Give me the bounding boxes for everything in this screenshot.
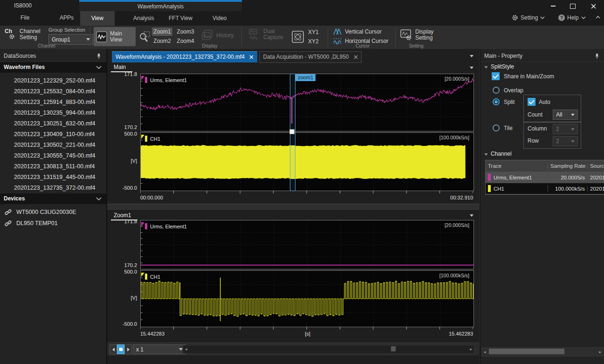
history-label: History (216, 33, 233, 39)
collapse-ribbon-button[interactable] (596, 16, 600, 19)
channel-table-row[interactable]: Urms, Element120.000S/s202012 (486, 172, 604, 183)
history-button: History (201, 29, 233, 41)
collapse-icon[interactable] (484, 66, 488, 69)
xy1-button[interactable]: XY1 (308, 29, 319, 35)
main-ch1-waveform[interactable] (140, 132, 474, 191)
menu-file[interactable]: File (21, 14, 29, 21)
file-item[interactable]: 20201223_130813_511-00.mf4 (0, 161, 106, 172)
chevron-down-icon (571, 114, 575, 116)
step-back-button[interactable] (110, 344, 117, 354)
trace-name: CH1 (494, 186, 504, 192)
file-item[interactable]: 20201223_125532_084-00.mf4 (0, 86, 106, 97)
zoom-panel-dropdown-icon[interactable] (470, 214, 474, 217)
menu-apps[interactable]: APPs (60, 14, 74, 21)
channel-setting-button[interactable]: Ch Channel Setting (5, 28, 46, 41)
tile-label: Tile (504, 125, 513, 131)
trace-color-swatch (145, 274, 147, 280)
file-item[interactable]: 20201223_130251_632-00.mf4 (0, 118, 106, 129)
doc-tab-waveform-analysis[interactable]: WaveformAnalysis - 20201223_132735_372-0… (112, 51, 257, 62)
scroll-left-icon[interactable]: ◂ (185, 345, 187, 353)
menubar: File APPs View Analysis FFT View Video S… (0, 11, 604, 26)
dual-capture-label: Dual Capture (263, 28, 287, 41)
device-item[interactable]: WT5000 C3UG20030E (0, 206, 106, 218)
scroll-right-icon[interactable]: ▸ (470, 345, 472, 353)
property-scrollbar[interactable]: ◂ ▸ (481, 347, 604, 357)
file-item[interactable]: 20201223_130555_745-00.mf4 (0, 151, 106, 161)
auto-checkbox[interactable] (528, 98, 535, 106)
file-item[interactable]: 20201223_130235_994-00.mf4 (0, 108, 106, 118)
column-sampling-rate[interactable]: Sampling Rate (548, 163, 588, 169)
tab-list-dropdown-icon[interactable] (470, 55, 474, 57)
scroll-left-icon[interactable]: ◂ (484, 348, 486, 356)
count-dropdown[interactable]: All (553, 110, 578, 120)
waveform-workspace: WaveformAnalysis - 20201223_132735_372-0… (107, 49, 479, 364)
close-button[interactable] (586, 2, 600, 10)
column-source[interactable]: Source (588, 163, 604, 169)
device-item[interactable]: DL950 TEMP01 (0, 218, 106, 229)
zoom-upper-ymax: 171.8 (117, 219, 137, 224)
legend-label: CH1 (150, 136, 160, 142)
dual-capture-button: Dual Capture (248, 28, 287, 41)
chevron-up-icon (596, 16, 600, 19)
channel-table-row[interactable]: CH1100.000kS/s202012 (486, 183, 604, 194)
datasources-title: DataSources (4, 53, 36, 59)
minimize-button[interactable] (546, 2, 560, 10)
split-radio[interactable] (493, 98, 500, 105)
scrollbar-thumb[interactable] (489, 349, 564, 354)
display-setting-button[interactable]: Display Setting (400, 28, 436, 41)
file-item[interactable]: 20201223_131519_445-00.mf4 (0, 172, 106, 183)
column-trace[interactable]: Trace (486, 163, 548, 169)
main-panel-dropdown-icon[interactable] (470, 67, 474, 69)
channel-setting-icon: Ch (5, 28, 17, 41)
file-item[interactable]: 20201223_132735_372-00.mf4 (0, 183, 106, 193)
radio-dot (494, 100, 498, 103)
step-forward-button[interactable] (124, 344, 132, 354)
close-icon[interactable] (249, 55, 254, 59)
help-menu[interactable]: ? Help (558, 14, 586, 21)
stop-button[interactable] (117, 344, 124, 354)
devices-section[interactable]: Devices (0, 193, 106, 204)
panel-splitter[interactable] (107, 204, 479, 211)
speed-dropdown[interactable]: x 1 (133, 344, 186, 354)
collapse-icon[interactable] (484, 153, 488, 156)
zoom-lower-legend: CH1 (145, 274, 160, 280)
main-upper-ymax: 171.8 (117, 71, 137, 77)
link-icon (5, 209, 12, 216)
chevron-down-icon (571, 140, 575, 143)
share-main-zoom-checkbox[interactable] (492, 72, 500, 80)
source-value: 202012 (588, 175, 604, 180)
trace-color-swatch (145, 77, 147, 83)
pin-icon[interactable] (96, 53, 102, 59)
file-item[interactable]: 20201223_130409_110-00.mf4 (0, 129, 106, 140)
tile-radio[interactable] (493, 124, 500, 131)
vertical-cursor-button[interactable]: Vertical Cursor (333, 28, 382, 35)
main-view-button[interactable]: Main View (94, 27, 136, 46)
overlap-radio[interactable] (493, 87, 500, 94)
horizontal-scrollbar[interactable]: ◂ ▸ (183, 345, 474, 354)
scroll-right-icon[interactable]: ▸ (599, 348, 601, 356)
tab-fft-view[interactable]: FFT View (158, 11, 204, 26)
tab-video[interactable]: Video (201, 11, 238, 26)
doc-tab-data-acquisition[interactable]: Data Acquisition - WT5000 ,DL950 (259, 51, 362, 63)
close-icon[interactable] (354, 55, 358, 59)
waveform-files-section[interactable]: Waveform Files (0, 62, 106, 73)
zoom-select-icon (138, 31, 151, 43)
maximize-button[interactable] (566, 2, 580, 10)
zoom1-button[interactable]: Zoom1 (152, 27, 172, 36)
zoom-cursor-handle[interactable] (289, 129, 295, 134)
pin-icon[interactable] (594, 53, 600, 59)
main-urms-waveform[interactable] (140, 74, 474, 131)
zoom3-button[interactable]: Zoom3 (175, 27, 196, 36)
playback-bar: x 1 ◂ ▸ (107, 343, 479, 356)
setting-menu-label: Setting (521, 14, 538, 21)
zoom-ch1-waveform[interactable] (140, 270, 474, 327)
file-item[interactable]: 20201223_130502_221-00.mf4 (0, 140, 106, 151)
setting-menu[interactable]: Setting (512, 14, 545, 21)
zoom-lower-rate: [100.000kS/s] (389, 273, 469, 278)
xy2-button[interactable]: XY2 (308, 38, 319, 45)
file-item[interactable]: 20201223_122329_252-00.mf4 (0, 76, 106, 86)
tab-view[interactable]: View (80, 11, 115, 26)
scrollbar-thumb[interactable] (391, 346, 396, 351)
file-item[interactable]: 20201223_125914_883-00.mf4 (0, 97, 106, 108)
zoom2-button[interactable]: Zoom2 (152, 37, 172, 45)
